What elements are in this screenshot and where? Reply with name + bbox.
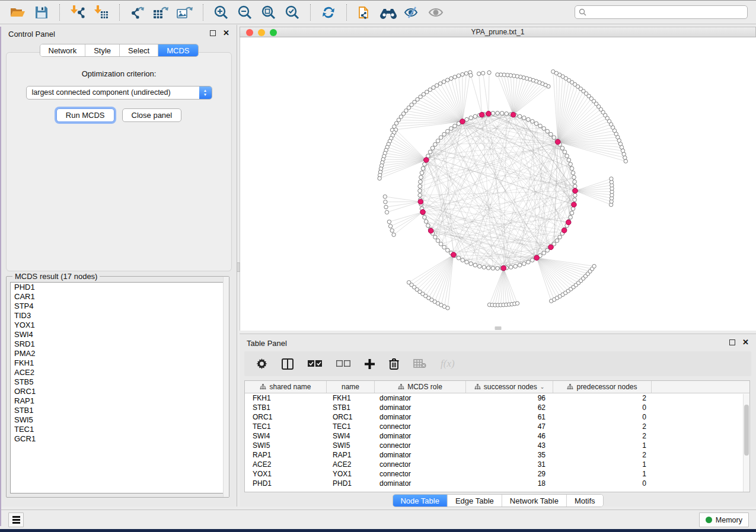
mcds-result-item[interactable]: TEC1 [11,425,225,434]
table-row[interactable]: SWI4SWI4dominator462 [245,431,749,441]
table-cell-predecessors[interactable]: 0 [553,403,652,412]
network-titlebar[interactable]: YPA_prune.txt_1 [240,27,756,37]
close-panel-button[interactable]: Close panel [122,108,182,122]
export-image-icon[interactable] [176,4,194,21]
run-mcds-button[interactable]: Run MCDS [56,108,114,122]
mcds-result-scrollbar[interactable] [223,277,229,497]
table-cell-role[interactable]: dominator [375,403,466,412]
show-columns-icon[interactable] [282,358,294,370]
table-cell-shared-name[interactable]: STB1 [245,403,327,412]
table-cell-role[interactable]: connector [375,460,466,469]
table-cell-predecessors[interactable]: 0 [553,479,652,488]
mcds-result-item[interactable]: GCR1 [11,434,225,444]
table-cell-shared-name[interactable]: ORC1 [245,413,327,421]
node-table[interactable]: shared name name MCDS role successor nod… [244,380,750,492]
mcds-result-item[interactable]: FKH1 [11,358,225,368]
table-cell-name[interactable]: SWI4 [327,432,375,440]
float-panel-icon[interactable] [729,339,735,345]
export-network-icon[interactable] [129,4,146,21]
close-panel-icon[interactable]: ✕ [223,29,229,37]
search-field[interactable] [575,5,748,19]
table-cell-successors[interactable]: 47 [466,422,553,431]
tab-select[interactable]: Select [120,44,158,56]
tab-mcds[interactable]: MCDS [158,44,197,56]
table-cell-shared-name[interactable]: ACE2 [245,460,327,469]
table-cell-predecessors[interactable]: 2 [553,422,652,431]
float-panel-icon[interactable] [210,30,216,36]
mcds-result-item[interactable]: PMA2 [11,349,225,358]
automation-panel-button[interactable] [8,512,24,527]
search-network-icon[interactable] [379,4,397,21]
table-cell-shared-name[interactable]: RAP1 [245,451,327,459]
table-cell-role[interactable]: connector [375,441,466,450]
table-cell-name[interactable]: ACE2 [327,460,375,469]
table-cell-name[interactable]: PHD1 [327,479,375,488]
mcds-result-item[interactable]: TID3 [11,311,225,321]
save-session-icon[interactable] [33,4,50,21]
table-cell-name[interactable]: TEC1 [327,422,375,431]
table-row[interactable]: TEC1TEC1connector472 [245,422,749,431]
table-cell-successors[interactable]: 46 [466,432,553,440]
close-panel-icon[interactable]: ✕ [742,338,749,347]
mcds-result-item[interactable]: STB1 [11,406,225,415]
node-table-scrollbar[interactable] [743,394,749,492]
table-cell-role[interactable]: connector [375,470,466,478]
refresh-icon[interactable] [320,4,337,21]
mcds-result-item[interactable]: STB5 [11,377,225,387]
open-session-icon[interactable] [9,4,27,21]
table-cell-role[interactable]: dominator [375,432,466,440]
zoom-out-icon[interactable] [236,4,254,21]
column-header-name[interactable]: name [327,381,375,393]
mcds-result-item[interactable]: SWI4 [11,330,225,339]
table-cell-successors[interactable]: 62 [466,403,553,412]
table-cell-successors[interactable]: 96 [466,394,553,402]
tab-edge-table[interactable]: Edge Table [448,495,502,507]
select-all-columns-icon[interactable] [308,360,322,368]
minimize-window-icon[interactable] [258,29,265,36]
table-row[interactable]: SWI5SWI5connector431 [245,441,749,450]
maximize-window-icon[interactable] [270,29,277,36]
table-cell-name[interactable]: RAP1 [327,451,375,459]
table-row[interactable]: FKH1FKH1dominator962 [245,393,749,403]
close-window-icon[interactable] [246,29,253,36]
memory-button[interactable]: Memory [699,512,749,527]
table-row[interactable]: ACE2ACE2connector311 [245,460,749,469]
table-cell-predecessors[interactable]: 1 [553,441,652,450]
horizontal-splitter-handle[interactable] [495,326,502,330]
table-cell-successors[interactable]: 43 [466,441,553,450]
unselect-all-columns-icon[interactable] [336,360,350,368]
table-cell-predecessors[interactable]: 2 [553,394,652,402]
zoom-fit-icon[interactable] [260,4,277,21]
delete-column-icon[interactable] [389,358,399,370]
zoom-in-icon[interactable] [212,4,230,21]
column-header-mcds-role[interactable]: MCDS role [375,381,466,393]
export-table-icon[interactable] [152,4,170,21]
column-header-successor-nodes[interactable]: successor nodes ⌄ [466,381,553,393]
table-cell-shared-name[interactable]: SWI4 [245,432,327,440]
scrollbar-thumb[interactable] [744,405,749,456]
table-cell-predecessors[interactable]: 2 [553,451,652,459]
show-all-icon[interactable] [427,4,445,21]
tab-network-table[interactable]: Network Table [502,495,567,507]
table-cell-role[interactable]: dominator [375,451,466,459]
table-cell-shared-name[interactable]: TEC1 [245,422,327,431]
table-row[interactable]: RAP1RAP1dominator352 [245,450,749,460]
mcds-result-item[interactable]: PHD1 [11,283,225,292]
table-cell-shared-name[interactable]: SWI5 [245,441,327,450]
criterion-dropdown[interactable]: largest connected component (undirected)… [26,86,212,100]
table-cell-predecessors[interactable]: 1 [553,470,652,478]
tab-style[interactable]: Style [85,44,120,56]
table-row[interactable]: YOX1YOX1connector291 [245,469,749,479]
table-cell-name[interactable]: FKH1 [327,394,375,402]
table-cell-successors[interactable]: 31 [466,460,553,469]
zoom-selected-icon[interactable] [283,4,301,21]
hide-selected-icon[interactable] [403,4,421,21]
mcds-result-item[interactable]: SRD1 [11,339,225,349]
column-header-predecessor-nodes[interactable]: predecessor nodes [553,381,652,393]
table-cell-predecessors[interactable]: 0 [553,413,652,421]
table-cell-shared-name[interactable]: FKH1 [245,394,327,402]
table-cell-shared-name[interactable]: PHD1 [245,479,327,488]
share-document-icon[interactable] [356,4,374,21]
tab-motifs[interactable]: Motifs [567,495,603,507]
mcds-result-item[interactable]: CAR1 [11,292,225,302]
